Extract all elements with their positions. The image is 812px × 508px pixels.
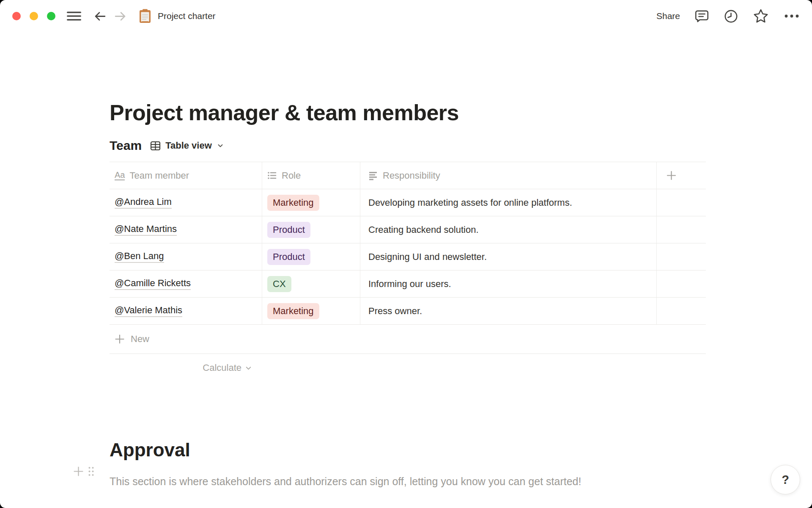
approval-heading[interactable]: Approval	[110, 439, 190, 461]
role-tag: Product	[267, 222, 310, 238]
cell-extra[interactable]	[657, 243, 706, 270]
star-icon	[753, 8, 769, 24]
title-bar-actions: Share	[656, 8, 800, 24]
updates-button[interactable]	[724, 9, 738, 24]
responsibility-text: Designing UI and newsletter.	[368, 251, 487, 262]
plus-icon	[73, 466, 84, 477]
title-bar: Project charter Share	[0, 0, 812, 32]
add-block-button[interactable]	[73, 466, 84, 477]
cell-responsibility[interactable]: Press owner.	[360, 298, 657, 324]
add-column-button[interactable]	[657, 162, 706, 189]
text-type-icon: Aa	[115, 171, 125, 180]
cell-extra[interactable]	[657, 271, 706, 297]
column-header-role[interactable]: Role	[262, 162, 360, 189]
clipboard-icon	[138, 8, 152, 24]
close-window-button[interactable]	[12, 12, 21, 20]
person-mention: @Valerie Mathis	[115, 305, 182, 317]
table-header-row: Aa Team member Role Responsibility	[110, 162, 706, 189]
cell-team-member[interactable]: @Valerie Mathis	[110, 298, 262, 324]
database-title[interactable]: Team	[110, 138, 142, 153]
column-label: Responsibility	[383, 170, 440, 181]
back-button[interactable]	[93, 9, 107, 23]
responsibility-text: Developing marketing assets for online p…	[368, 197, 572, 208]
cell-team-member[interactable]: @Nate Martins	[110, 216, 262, 243]
responsibility-text: Creating backend solution.	[368, 224, 479, 235]
chevron-down-icon	[245, 364, 252, 372]
cell-role[interactable]: Product	[262, 216, 360, 243]
forward-button[interactable]	[113, 9, 127, 23]
forward-icon	[113, 9, 127, 23]
database-header: Team Table view	[110, 136, 224, 155]
team-table: Aa Team member Role Responsibility	[110, 162, 706, 382]
breadcrumb-doc-title[interactable]: Project charter	[158, 11, 216, 21]
person-mention: @Nate Martins	[115, 224, 177, 236]
share-button[interactable]: Share	[656, 11, 680, 21]
role-tag: Marketing	[267, 195, 319, 211]
drag-handle[interactable]	[88, 466, 95, 477]
table-row: @Camille Ricketts CX Informing our users…	[110, 271, 706, 298]
more-options-button[interactable]	[783, 13, 800, 19]
plus-icon	[114, 334, 125, 345]
cell-extra[interactable]	[657, 216, 706, 243]
back-icon	[93, 9, 107, 23]
table-row: @Andrea Lim Marketing Developing marketi…	[110, 189, 706, 216]
person-mention: @Andrea Lim	[115, 196, 172, 209]
page-title[interactable]: Project manager & team members	[110, 99, 459, 126]
hamburger-icon	[66, 11, 82, 22]
zoom-window-button[interactable]	[47, 12, 55, 20]
cell-role[interactable]: Marketing	[262, 298, 360, 324]
comments-button[interactable]	[694, 9, 709, 24]
responsibility-text: Informing our users.	[368, 279, 451, 290]
select-icon	[267, 171, 277, 180]
role-tag: Marketing	[267, 303, 319, 319]
table-row: @Ben Lang Product Designing UI and newsl…	[110, 243, 706, 271]
comment-icon	[694, 9, 709, 24]
new-row-label: New	[131, 334, 149, 345]
table-row: @Valerie Mathis Marketing Press owner.	[110, 298, 706, 325]
tab-table-view[interactable]: Table view	[150, 140, 224, 152]
column-label: Team member	[129, 170, 189, 181]
cell-role[interactable]: Product	[262, 243, 360, 270]
role-tag: CX	[267, 276, 291, 292]
favorite-button[interactable]	[753, 8, 769, 24]
sidebar-toggle-button[interactable]	[66, 11, 82, 22]
cell-extra[interactable]	[657, 189, 706, 216]
person-mention: @Ben Lang	[115, 251, 164, 263]
cell-responsibility[interactable]: Developing marketing assets for online p…	[360, 189, 657, 216]
column-label: Role	[282, 170, 301, 181]
cell-team-member[interactable]: @Camille Ricketts	[110, 271, 262, 297]
minimize-window-button[interactable]	[30, 12, 38, 20]
drag-handle-icon	[88, 466, 95, 477]
table-row: @Nate Martins Product Creating backend s…	[110, 216, 706, 243]
text-icon	[368, 171, 378, 180]
table-view-icon	[150, 140, 161, 152]
traffic-lights	[12, 12, 55, 20]
notion-window: Project charter Share	[0, 0, 812, 508]
ellipsis-icon	[783, 13, 800, 19]
help-button[interactable]: ?	[771, 465, 800, 494]
screen: Project charter Share	[0, 0, 812, 508]
column-header-responsibility[interactable]: Responsibility	[360, 162, 657, 189]
cell-responsibility[interactable]: Designing UI and newsletter.	[360, 243, 657, 270]
cell-team-member[interactable]: @Ben Lang	[110, 243, 262, 270]
chevron-down-icon	[217, 142, 224, 149]
responsibility-text: Press owner.	[368, 306, 422, 317]
cell-role[interactable]: CX	[262, 271, 360, 297]
approval-paragraph[interactable]: This section is where stakeholders and a…	[110, 471, 609, 492]
person-mention: @Camille Ricketts	[115, 278, 191, 290]
view-tab-label: Table view	[165, 140, 212, 151]
column-header-team-member[interactable]: Aa Team member	[110, 162, 262, 189]
cell-team-member[interactable]: @Andrea Lim	[110, 189, 262, 216]
plus-icon	[666, 170, 677, 181]
calculate-button[interactable]: Calculate	[110, 354, 262, 382]
cell-role[interactable]: Marketing	[262, 189, 360, 216]
role-tag: Product	[267, 249, 310, 265]
cell-responsibility[interactable]: Informing our users.	[360, 271, 657, 297]
calculate-label: Calculate	[203, 362, 241, 373]
cell-responsibility[interactable]: Creating backend solution.	[360, 216, 657, 243]
block-handles	[73, 466, 95, 477]
cell-extra[interactable]	[657, 298, 706, 324]
help-icon: ?	[782, 473, 789, 487]
new-row-button[interactable]: New	[110, 325, 706, 354]
history-clock-icon	[724, 9, 738, 24]
